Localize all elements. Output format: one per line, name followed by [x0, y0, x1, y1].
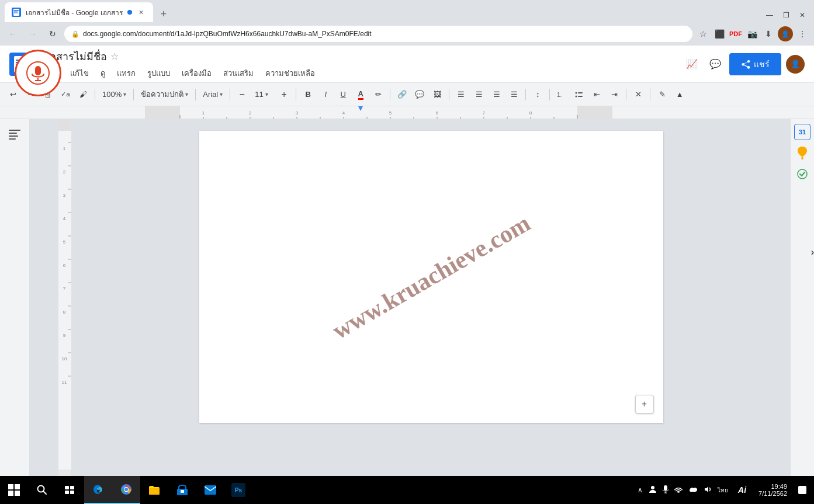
comment-button[interactable]: 💬 — [411, 86, 428, 103]
file-explorer-taskbar-icon[interactable] — [140, 476, 168, 504]
back-button[interactable]: ← — [5, 26, 21, 42]
separator-6 — [390, 89, 390, 100]
menu-addons[interactable]: ส่วนเสริม — [219, 66, 258, 81]
forward-button[interactable]: → — [25, 26, 41, 42]
docs-content-area[interactable]: 1 2 3 4 5 6 7 8 9 10 11 ww — [29, 119, 791, 476]
menu-edit[interactable]: แก้ไข — [65, 66, 93, 81]
line-spacing-button[interactable]: ↕ — [529, 86, 546, 103]
align-justify-button[interactable]: ☰ — [505, 86, 522, 103]
url-bar[interactable]: 🔒 docs.google.com/document/d/1aJd-lpzQBu… — [64, 26, 692, 42]
minimize-button[interactable]: — — [763, 8, 777, 22]
document-page[interactable]: www.kruachieve.com + — [199, 131, 663, 423]
font-size-decrease[interactable]: − — [234, 86, 250, 103]
bullets-button[interactable] — [571, 86, 587, 103]
calendar-icon[interactable]: 31 — [794, 124, 810, 140]
search-taskbar-button[interactable] — [28, 476, 56, 504]
taskbar-clock[interactable]: 19:49 7/11/2562 — [754, 483, 792, 497]
screenshot-icon[interactable]: 📷 — [745, 27, 759, 41]
svg-rect-48 — [9, 138, 16, 140]
decrease-indent-button[interactable]: ⇤ — [588, 86, 605, 103]
tab-favicon — [12, 8, 21, 17]
font-dropdown[interactable]: Arial ▾ — [199, 86, 226, 103]
paint-format-button[interactable]: 🖌 — [75, 86, 91, 103]
active-tab[interactable]: เอกสารไม่มีชื่อ - Google เอกสาร ✕ — [5, 2, 153, 22]
align-right-button[interactable]: ☰ — [488, 86, 504, 103]
lock-icon: 🔒 — [71, 30, 79, 38]
svg-text:2: 2 — [63, 169, 66, 175]
pdf-icon[interactable]: PDF — [729, 27, 743, 41]
link-button[interactable]: 🔗 — [394, 86, 410, 103]
mic-tray-icon[interactable] — [660, 485, 671, 495]
onedrive-icon[interactable] — [686, 486, 700, 495]
menu-help[interactable]: ความช่วยเหลือ — [261, 66, 320, 81]
more-menu-icon[interactable]: ⋮ — [795, 27, 809, 41]
image-button[interactable]: 🖼 — [429, 86, 445, 103]
svg-rect-3 — [14, 13, 18, 13]
insert-mode-button[interactable]: ✎ — [654, 86, 670, 103]
menu-insert[interactable]: แทรก — [112, 66, 140, 81]
svg-text:3: 3 — [296, 110, 299, 116]
cast-icon[interactable]: ⬛ — [712, 27, 726, 41]
svg-text:7: 7 — [63, 286, 66, 291]
task-view-button[interactable] — [56, 476, 84, 504]
people-icon[interactable] — [646, 485, 659, 495]
profile-avatar[interactable]: 👤 — [778, 26, 793, 41]
font-size-dropdown[interactable]: 11 ▾ — [251, 86, 275, 103]
text-color-button[interactable]: A — [352, 86, 369, 103]
download-icon[interactable]: ⬇ — [761, 27, 775, 41]
close-button[interactable]: ✕ — [795, 8, 809, 22]
network-icon[interactable] — [672, 486, 685, 495]
tasks-icon[interactable] — [794, 166, 810, 182]
keep-icon[interactable] — [794, 145, 810, 161]
underline-button[interactable]: U — [335, 86, 351, 103]
ruler-svg: 1 2 3 4 5 6 7 8 — [145, 106, 612, 119]
new-tab-button[interactable]: + — [155, 6, 172, 22]
refresh-button[interactable]: ↻ — [44, 26, 61, 42]
volume-icon[interactable] — [701, 485, 714, 495]
notification-button[interactable] — [793, 476, 812, 504]
menu-format[interactable]: รูปแบบ — [143, 66, 175, 81]
store-taskbar-icon[interactable] — [168, 476, 196, 504]
comments-icon[interactable]: 💬 — [706, 55, 725, 74]
collapse-toolbar-button[interactable]: ▲ — [671, 86, 688, 103]
start-button[interactable] — [0, 476, 28, 504]
numbering-button[interactable]: 1. — [553, 86, 570, 103]
star-icon[interactable]: ☆ — [110, 51, 119, 62]
svg-text:9: 9 — [63, 333, 66, 338]
collapse-right-panel[interactable]: › — [811, 247, 814, 258]
separator-11 — [650, 89, 650, 100]
highlight-button[interactable]: ✏ — [370, 86, 386, 103]
mail-taskbar-icon[interactable] — [196, 476, 224, 504]
menu-view[interactable]: ดู — [96, 66, 110, 81]
align-center-button[interactable]: ☰ — [470, 86, 487, 103]
maximize-button[interactable]: ❐ — [779, 8, 793, 22]
chrome-taskbar-icon[interactable] — [112, 476, 140, 504]
font-size-increase[interactable]: + — [276, 86, 292, 103]
svg-text:11: 11 — [62, 380, 67, 385]
increase-indent-button[interactable]: ⇥ — [606, 86, 622, 103]
svg-point-93 — [651, 486, 654, 489]
svg-rect-92 — [205, 485, 216, 495]
edge-taskbar-icon[interactable] — [84, 476, 112, 504]
outline-button[interactable] — [4, 124, 25, 145]
zoom-dropdown[interactable]: 100% ▾ — [99, 86, 130, 103]
share-button[interactable]: แชร์ — [729, 53, 781, 75]
separator-5 — [296, 89, 296, 100]
tab-close-button[interactable]: ✕ — [137, 8, 146, 17]
ai-taskbar-button[interactable]: Ai — [732, 479, 753, 500]
photoshop-taskbar-icon[interactable]: Ps — [224, 476, 252, 504]
tray-expand-button[interactable]: ∧ — [635, 486, 645, 494]
language-indicator[interactable]: ไทย — [715, 486, 730, 495]
clear-format-button[interactable]: ✕ — [630, 86, 646, 103]
separator-1 — [95, 89, 95, 100]
user-avatar[interactable]: 👤 — [786, 55, 805, 74]
activity-icon[interactable]: 📈 — [683, 55, 701, 74]
bold-button[interactable]: B — [300, 86, 316, 103]
svg-rect-77 — [802, 157, 803, 159]
bookmark-icon[interactable]: ☆ — [696, 27, 710, 41]
italic-button[interactable]: I — [317, 86, 334, 103]
style-dropdown[interactable]: ข้อความปกติ ▾ — [137, 86, 192, 103]
expand-button[interactable]: + — [635, 395, 654, 413]
menu-tools[interactable]: เครื่องมือ — [177, 66, 216, 81]
align-left-button[interactable]: ☰ — [453, 86, 469, 103]
